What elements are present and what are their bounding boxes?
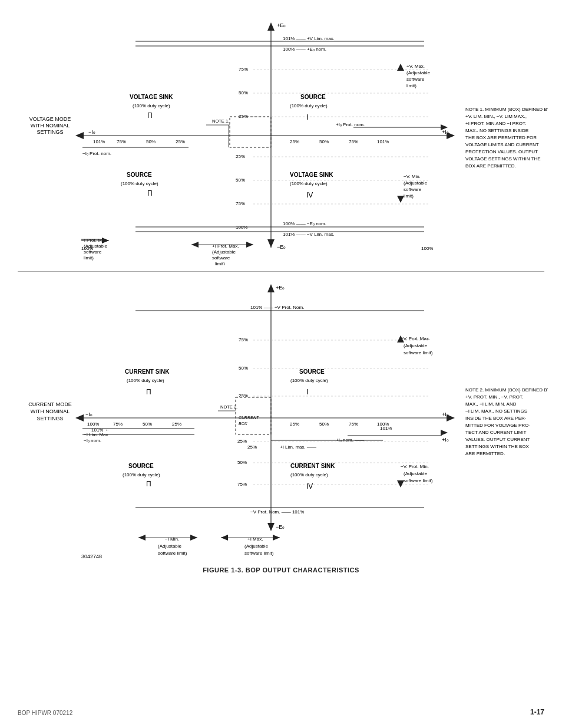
svg-text:+I Max.: +I Max. [247,536,263,542]
svg-text:25%: 25% [290,421,299,427]
svg-marker-199 [273,535,280,541]
page-number: 1-17 [530,708,544,716]
page-number-text: 1-17 [530,708,544,716]
svg-text:75%: 75% [239,67,248,72]
svg-text:(100% duty cycle): (100% duty cycle) [290,103,328,108]
svg-text:SETTINGS: SETTINGS [37,129,63,135]
svg-text:CURRENT MODE: CURRENT MODE [28,401,71,407]
svg-text:+I₀: +I₀ [442,411,449,417]
svg-text:VOLTAGE SINK: VOLTAGE SINK [290,172,333,178]
svg-text:NOTE 1.: NOTE 1. [212,118,229,124]
svg-text:+E₀: +E₀ [277,22,286,28]
svg-text:+I Lim. max. ——: +I Lim. max. —— [280,444,316,450]
svg-text:(100% duty cycle): (100% duty cycle) [121,181,158,186]
svg-text:IV: IV [306,482,313,490]
voltage-diagram: VOLTAGE MODE WITH NOMINAL SETTINGS +E₀ 1… [18,12,544,266]
svg-text:75%: 75% [113,421,123,427]
svg-text:SOURCE: SOURCE [127,172,152,178]
svg-marker-108 [267,523,275,531]
svg-text:Π: Π [146,480,151,488]
svg-text:WITH NOMINAL: WITH NOMINAL [31,123,70,129]
svg-text:BOX ARE PERMITTED.: BOX ARE PERMITTED. [465,163,516,169]
svg-text:50%: 50% [239,365,248,371]
svg-text:25%: 25% [172,421,181,427]
svg-text:NOTE 2.: NOTE 2. [220,404,237,410]
svg-text:75%: 75% [239,337,248,342]
svg-text:SETTINGS: SETTINGS [37,416,63,421]
svg-text:(100% duty cycle): (100% duty cycle) [290,378,328,383]
svg-text:(100% duty cycle): (100% duty cycle) [133,103,170,108]
svg-marker-8 [75,132,84,139]
svg-marker-89 [246,242,253,248]
current-diagram: CURRENT MODE WITH NOMINAL SETTINGS +E₀ 1… [18,276,544,561]
svg-text:CURRENT SINK: CURRENT SINK [290,463,335,469]
svg-text:software limit): software limit) [158,551,187,556]
svg-text:−I Min.: −I Min. [165,536,179,542]
svg-text:101%: 101% [380,426,392,431]
svg-marker-109 [75,414,84,421]
svg-text:(100% duty cycle): (100% duty cycle) [290,181,328,186]
svg-text:25%: 25% [239,393,248,398]
svg-text:PROTECTION VALUES. OUTPUT: PROTECTION VALUES. OUTPUT [465,149,538,154]
svg-text:I: I [306,388,308,396]
svg-marker-65 [397,64,404,71]
svg-text:50%: 50% [319,139,329,144]
svg-text:3042748: 3042748 [81,554,102,559]
svg-marker-190 [138,535,146,541]
figure-caption: FIGURE 1-3. BOP OUTPUT CHARACTERISTICS [18,566,544,574]
svg-text:SOURCE: SOURCE [128,463,154,469]
svg-text:SETTINGS WITHIN THE BOX: SETTINGS WITHIN THE BOX [465,444,530,449]
svg-text:101% ——  +V Lim. max.: 101% —— +V Lim. max. [283,36,335,41]
svg-text:software: software [404,187,422,192]
svg-text:(Adjustable: (Adjustable [404,343,428,348]
svg-text:50%: 50% [143,421,152,427]
svg-text:THE BOX ARE PERMITTED FOR: THE BOX ARE PERMITTED FOR [465,135,537,140]
svg-text:NOTE 1.  MINIMUM (BOX) DEFINED: NOTE 1. MINIMUM (BOX) DEFINED BY [465,107,548,112]
footer-text: BOP HIPWR 070212 [18,710,72,716]
svg-text:75%: 75% [236,201,245,206]
svg-marker-170 [397,480,404,487]
svg-text:25%: 25% [247,444,257,450]
svg-text:limit): limit) [404,193,414,199]
svg-text:−V. Prot. Min.: −V. Prot. Min. [401,464,429,469]
svg-text:(Adjustable: (Adjustable [158,543,182,549]
svg-text:50%: 50% [236,177,245,183]
svg-marker-106 [267,284,275,292]
svg-text:(Adjustable: (Adjustable [404,471,428,476]
svg-text:−E₀: −E₀ [276,524,285,530]
page: VOLTAGE MODE WITH NOMINAL SETTINGS +E₀ 1… [0,0,562,728]
svg-text:+E₀: +E₀ [276,285,285,291]
svg-text:(100% duty cycle): (100% duty cycle) [123,472,160,477]
svg-text:limit): limit) [406,83,416,88]
section-divider [18,271,544,272]
svg-text:SOURCE: SOURCE [300,94,326,100]
svg-text:−I₀ nom.: −I₀ nom. [84,438,101,443]
svg-text:+I₀: +I₀ [442,437,449,443]
svg-text:+V. LIM. MIN., −V. LIM MAX.,: +V. LIM. MIN., −V. LIM MAX., [465,114,527,119]
svg-text:100%: 100% [81,246,93,251]
svg-text:75%: 75% [237,482,247,487]
svg-text:50%: 50% [146,139,156,144]
svg-text:(Adjustable: (Adjustable [406,70,431,75]
svg-text:25%: 25% [176,139,185,144]
svg-text:100% ——  +E₀ nom.: 100% —— +E₀ nom. [283,47,326,52]
svg-text:100% ——  −E₀ nom.: 100% —— −E₀ nom. [283,221,326,226]
svg-text:Π: Π [147,111,153,120]
svg-text:MITTED FOR VOLTAGE PRO-: MITTED FOR VOLTAGE PRO- [465,423,530,428]
svg-text:INSIDE  THE BOX ARE PER-: INSIDE THE BOX ARE PER- [465,416,527,421]
svg-text:I: I [306,113,308,121]
svg-text:IV: IV [306,191,313,199]
svg-marker-146 [441,430,448,436]
svg-text:100%: 100% [87,421,99,427]
svg-text:100%: 100% [421,246,433,251]
svg-text:(Adjustable: (Adjustable [244,543,269,549]
svg-text:BOX: BOX [239,421,247,426]
svg-text:VOLTAGE LIMITS AND CURRENT: VOLTAGE LIMITS AND CURRENT [465,142,539,147]
svg-text:software: software [212,255,230,261]
footer: BOP HIPWR 070212 [18,710,72,716]
svg-text:MAX.. NO SETTINGS INSIDE: MAX.. NO SETTINGS INSIDE [465,128,528,133]
svg-text:(100% duty cycle): (100% duty cycle) [127,378,164,383]
svg-text:101%: 101% [93,139,105,144]
svg-text:75%: 75% [349,139,358,144]
svg-text:MAX., +I LIM. MIN. AND: MAX., +I LIM. MIN. AND [465,401,517,407]
